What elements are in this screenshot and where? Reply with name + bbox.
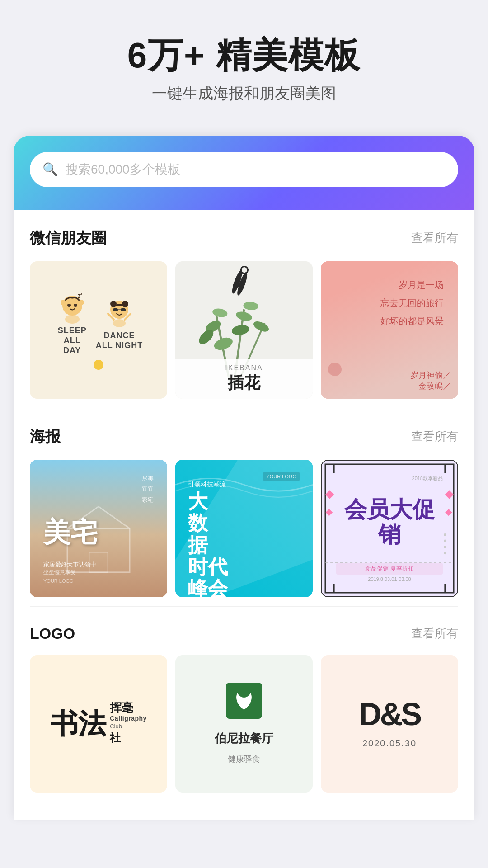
dance-label: DANCEALL NIGHT xyxy=(96,331,143,350)
ikebana-text-overlay: IKEBANA 插花 xyxy=(175,359,313,399)
logo2-tagline: 健康驿食 xyxy=(228,754,260,764)
svg-point-1 xyxy=(67,304,71,307)
poster-section-title: 海报 xyxy=(30,426,61,447)
logo1-en-main: Calligraphy xyxy=(110,715,147,722)
poster2-main-title: 大数据时代峰会 xyxy=(188,491,300,597)
logo-template-3[interactable]: D&S 2020.05.30 xyxy=(321,655,458,793)
poster-template-1[interactable]: 尽美宜宜家宅 美宅 家居爱好大市认领中 坐坐惬意享受 YOUR LOGO xyxy=(30,460,167,597)
poster3-bottom: 新品促销 夏季折扣 2019.8.03.01-03.08 xyxy=(336,563,443,582)
logo1-en-sub: Club xyxy=(110,723,147,730)
poster-template-3[interactable]: 2018款季新品 会员大促销 新品促销 夏季折扣 2019.8.03.01-03… xyxy=(321,460,458,597)
logo1-content: 书法 挥毫 Calligraphy Club 社 xyxy=(39,664,158,783)
sleep-dance-container: Z z xyxy=(54,290,143,355)
poster1-main-text: 美宅 xyxy=(43,519,154,546)
page-subtitle: 一键生成海报和朋友圈美图 xyxy=(27,83,461,104)
poem-line1: 岁月是一场 xyxy=(335,276,444,294)
wechat-template-2[interactable]: IKEBANA 插花 xyxy=(175,261,313,399)
poem-content: 岁月是一场 忘去无回的旅行 好坏的都是风景 xyxy=(328,269,451,337)
poster3-content: 2018款季新品 会员大促销 新品促销 夏季折扣 2019.8.03.01-03… xyxy=(329,468,450,589)
poster3-sub1: 新品促销 夏季折扣 xyxy=(336,563,443,575)
logo2-name: 伯尼拉餐厅 xyxy=(215,731,273,746)
dance-character-icon xyxy=(101,295,137,331)
poem-bottom1: 岁月神偷／ xyxy=(410,370,451,381)
logo-section: LOGO 查看所有 书法 挥毫 Calligraphy Club 社 xyxy=(14,607,474,802)
svg-point-5 xyxy=(61,300,66,305)
logo1-cn-big: 书法 xyxy=(50,710,106,738)
poster1-event: 家居爱好大市认领中 xyxy=(43,561,154,569)
logo1-cn-small: 社 xyxy=(110,731,147,745)
logo2-icon-bg xyxy=(226,683,262,719)
poster1-side-text: 尽美宜宜家宅 xyxy=(142,473,154,505)
poem-line3: 好坏的都是风景 xyxy=(335,312,444,330)
sleep-label: SLEEPALLDAY xyxy=(58,326,87,355)
poster-template-2[interactable]: YOUR LOGO 引领科技潮流 大数据时代峰会 大数据 xyxy=(175,460,313,597)
ikebana-cn-text: 插花 xyxy=(180,372,308,394)
logo1-cn-stroke: 挥毫 xyxy=(110,702,147,714)
wechat-view-all[interactable]: 查看所有 xyxy=(411,230,458,246)
svg-rect-10 xyxy=(121,308,126,311)
logo-templates-grid: 书法 挥毫 Calligraphy Club 社 xyxy=(30,655,458,793)
logo-template-1[interactable]: 书法 挥毫 Calligraphy Club 社 xyxy=(30,655,167,793)
poster1-tagline: 坐坐惬意享受 xyxy=(43,569,154,576)
logo-section-title: LOGO xyxy=(30,625,75,642)
wechat-section-title: 微信朋友圈 xyxy=(30,228,107,249)
search-placeholder[interactable]: 搜索60,000多个模板 xyxy=(66,161,446,178)
logo-view-all[interactable]: 查看所有 xyxy=(411,626,458,642)
wechat-section: 微信朋友圈 查看所有 Z xyxy=(14,210,474,408)
search-bar[interactable]: 🔍 搜索60,000多个模板 xyxy=(30,152,458,187)
poster-section-header: 海报 查看所有 xyxy=(30,426,458,447)
poem-line2: 忘去无回的旅行 xyxy=(335,294,444,312)
logo3-monogram: D&S xyxy=(359,698,420,730)
page-container: 6万+ 精美模板 一键生成海报和朋友圈美图 🔍 搜索60,000多个模板 微信朋… xyxy=(0,0,488,820)
page-header: 6万+ 精美模板 一键生成海报和朋友圈美图 xyxy=(0,0,488,122)
poster1-content: 尽美宜宜家宅 美宅 家居爱好大市认领中 坐坐惬意享受 YOUR LOGO xyxy=(37,467,160,590)
poem-bottom2: 金玫嶋／ xyxy=(410,381,451,392)
svg-point-6 xyxy=(79,300,84,305)
poster3-main-text: 会员大促销 xyxy=(336,497,443,547)
logo3-date: 2020.05.30 xyxy=(362,738,417,749)
svg-point-16 xyxy=(113,319,126,327)
ikebana-en-text: IKEBANA xyxy=(180,364,308,372)
leaf-icon xyxy=(233,689,255,712)
poster2-main-area: 引领科技潮流 大数据时代峰会 xyxy=(188,481,300,597)
poster-view-all[interactable]: 查看所有 xyxy=(411,429,458,444)
poster3-year-text: 2018款季新品 xyxy=(336,475,443,482)
search-icon: 🔍 xyxy=(42,162,58,177)
poster-section: 海报 查看所有 xyxy=(14,408,474,606)
sleep-block: Z z xyxy=(54,290,90,355)
app-card: 🔍 搜索60,000多个模板 微信朋友圈 查看所有 xyxy=(14,136,474,820)
poster1-top-labels: 尽美宜宜家宅 xyxy=(43,473,154,505)
poster3-date: 2019.8.03.01-03.08 xyxy=(336,576,443,582)
wechat-template-3[interactable]: 岁月是一场 忘去无回的旅行 好坏的都是风景 岁月神偷／ 金玫嶋／ xyxy=(321,261,458,399)
poster2-logo: YOUR LOGO xyxy=(263,472,300,481)
app-card-header: 🔍 搜索60,000多个模板 xyxy=(14,136,474,210)
dance-block: DANCEALL NIGHT xyxy=(96,295,143,350)
wechat-section-header: 微信朋友圈 查看所有 xyxy=(30,228,458,249)
poster1-logo: YOUR LOGO xyxy=(43,578,154,584)
logo-template-2[interactable]: 伯尼拉餐厅 健康驿食 xyxy=(175,655,313,793)
poster2-logo-area: YOUR LOGO xyxy=(188,472,300,481)
svg-rect-9 xyxy=(113,308,118,311)
logo-section-header: LOGO 查看所有 xyxy=(30,625,458,642)
poem-circle-deco xyxy=(328,363,342,376)
yellow-dot xyxy=(94,360,103,370)
svg-point-7 xyxy=(65,315,80,324)
page-title: 6万+ 精美模板 xyxy=(27,36,461,75)
wechat-template-1[interactable]: Z z xyxy=(30,261,167,399)
poster1-bottom: 家居爱好大市认领中 坐坐惬意享受 YOUR LOGO xyxy=(43,561,154,584)
poster2-content: YOUR LOGO 引领科技潮流 大数据时代峰会 大数据 xyxy=(183,467,305,590)
svg-text:z: z xyxy=(80,292,82,296)
poem-footer: 岁月神偷／ 金玫嶋／ xyxy=(410,370,451,392)
poster-templates-grid: 尽美宜宜家宅 美宅 家居爱好大市认领中 坐坐惬意享受 YOUR LOGO xyxy=(30,460,458,597)
wechat-templates-grid: Z z xyxy=(30,261,458,399)
logo1-side-block: 挥毫 Calligraphy Club 社 xyxy=(110,702,147,745)
sleep-character-icon: Z z xyxy=(54,290,90,326)
svg-point-2 xyxy=(74,304,77,307)
logo1-row: 书法 挥毫 Calligraphy Club 社 xyxy=(50,702,147,745)
poster2-lead-text: 引领科技潮流 xyxy=(188,481,300,489)
